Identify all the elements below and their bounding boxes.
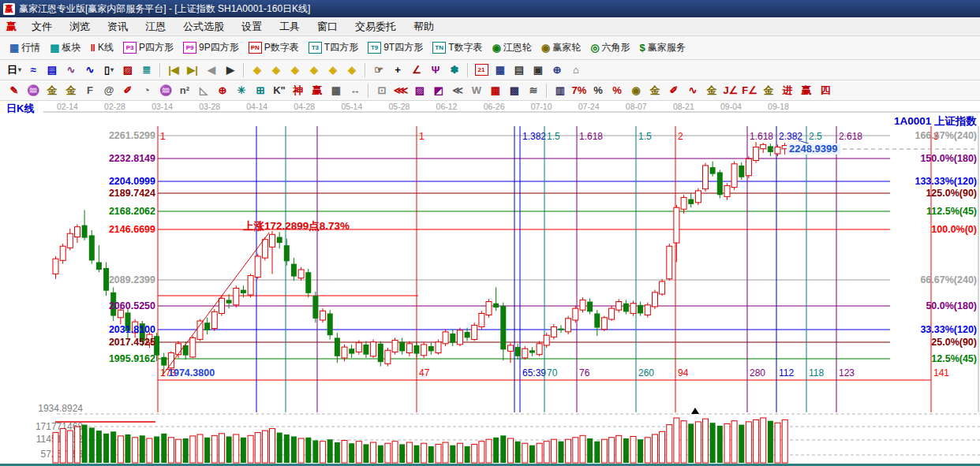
report-tool-icon[interactable]: ▤ xyxy=(510,62,529,79)
svg-text:1.618: 1.618 xyxy=(750,131,773,142)
menu-item-8[interactable]: 交易委托 xyxy=(346,18,405,35)
percent-icon[interactable]: % xyxy=(589,82,608,99)
last-bar-icon[interactable]: ▶| xyxy=(183,62,202,79)
f-scale-icon[interactable]: F xyxy=(80,82,99,99)
gold-angle-0-icon[interactable]: 金 xyxy=(702,82,721,99)
note-tool-icon[interactable]: ▤ xyxy=(43,62,62,79)
gold-scale-2-icon[interactable]: 金 xyxy=(62,82,80,99)
next-bar-icon[interactable]: ▶ xyxy=(221,62,240,79)
toolbar-button-t-square[interactable]: T3T四方形 xyxy=(304,39,363,56)
f-angle-icon[interactable]: F∠ xyxy=(740,82,759,99)
menu-item-9[interactable]: 帮助 xyxy=(405,18,443,35)
ying-angle-icon[interactable]: 赢 xyxy=(797,82,816,99)
wave3-tool-icon[interactable]: ∿ xyxy=(62,62,80,79)
candle-style-dropdown-icon[interactable]: ▯▾ xyxy=(99,62,118,79)
circle-cross-icon[interactable]: ⊕ xyxy=(213,82,232,99)
menu-item-6[interactable]: 工具 xyxy=(271,18,309,35)
star-circle-icon[interactable]: ✳ xyxy=(232,82,251,99)
time-circle-icon[interactable]: ◔ xyxy=(137,82,156,99)
remote-tool-icon[interactable]: ⌂ xyxy=(567,62,585,79)
gold-scale-1-icon[interactable]: 金 xyxy=(43,82,62,99)
prev-bar-icon[interactable]: ◀ xyxy=(202,62,221,79)
parallel-lines-icon[interactable]: ≋ xyxy=(524,82,543,99)
jin-angle-icon[interactable]: 进 xyxy=(778,82,797,99)
menu-item-1[interactable]: 浏览 xyxy=(61,18,99,35)
menu-item-7[interactable]: 窗口 xyxy=(309,18,346,35)
toolbar-button-winner-wheel[interactable]: ◉赢家轮 xyxy=(537,39,585,56)
first-bar-icon[interactable]: |◀ xyxy=(164,62,183,79)
fan-lines-2-icon[interactable]: ≪ xyxy=(448,82,467,99)
j-angle-icon[interactable]: J∠ xyxy=(721,82,740,99)
calendar-tool-icon[interactable]: 21 xyxy=(472,62,491,79)
gann-diamond-h-icon[interactable]: ◈ xyxy=(286,62,305,79)
grid-123-icon[interactable]: ▦ xyxy=(327,82,346,99)
hand-tool-icon[interactable]: ☞ xyxy=(369,62,388,79)
network-tool-icon[interactable]: ⊕ xyxy=(548,62,567,79)
toolbar-button-quotes[interactable]: ▦行情 xyxy=(5,39,45,56)
percent-strike-icon[interactable]: 7% xyxy=(570,82,589,99)
volume-profile-tool-icon[interactable]: ≣ xyxy=(137,62,156,79)
calculator-tool-icon[interactable]: ▦ xyxy=(491,62,510,79)
n-square-tool-icon[interactable]: n² xyxy=(175,82,194,99)
scale-ruler-icon[interactable]: ♒ xyxy=(24,82,43,99)
gold-line-icon[interactable]: 金 xyxy=(645,82,664,99)
draw-pen-icon[interactable]: ✎ xyxy=(5,82,24,99)
toolbar-button-p-square[interactable]: P3P四方形 xyxy=(118,39,178,56)
fan-lines-icon[interactable]: ⋘ xyxy=(391,82,410,99)
save-tool-icon[interactable]: ▣ xyxy=(529,62,548,79)
k-quote-icon[interactable]: K" xyxy=(270,82,289,99)
menu-item-4[interactable]: 公式选股 xyxy=(174,18,233,35)
gold-circle-icon[interactable]: ◉ xyxy=(627,82,645,99)
span-arrows-icon[interactable]: ↔ xyxy=(346,82,365,99)
svg-text:02-14: 02-14 xyxy=(57,102,78,111)
grid-box-icon[interactable]: ⊞ xyxy=(251,82,270,99)
window-grid-icon[interactable]: ⊡ xyxy=(372,82,391,99)
toolbar-button-gann-wheel[interactable]: ◉江恩轮 xyxy=(488,39,537,56)
toolbar-button-t-number-table[interactable]: TNT数字表 xyxy=(428,39,487,56)
stats-panel-icon[interactable]: ▥ xyxy=(551,82,570,99)
menu-item-5[interactable]: 设置 xyxy=(233,18,271,35)
toolbar-button-9p-square[interactable]: P99P四方形 xyxy=(178,39,244,56)
chart-canvas[interactable]: 02-1402-2803-1403-2804-1404-2805-1405-28… xyxy=(0,101,980,466)
trend-line[interactable] xyxy=(162,233,269,376)
gann-shape-tool-icon[interactable]: Ψ xyxy=(426,62,445,79)
gann-diamond-star-icon[interactable]: ◈ xyxy=(342,62,361,79)
crosshair-tool-icon[interactable]: + xyxy=(388,62,407,79)
menu-item-3[interactable]: 江恩 xyxy=(137,18,174,35)
angle-measure-icon[interactable]: ◺ xyxy=(194,82,213,99)
si-angle-icon[interactable]: 四 xyxy=(816,82,835,99)
pattern-search-tool-icon[interactable]: ❃ xyxy=(445,62,464,79)
wave-line-icon[interactable]: ∿ xyxy=(683,82,702,99)
v-pattern-icon[interactable]: W xyxy=(467,82,486,99)
gold-angle-icon[interactable]: 金 xyxy=(759,82,778,99)
gann-square-icon[interactable]: ▨ xyxy=(410,82,429,99)
gann-diamond-left-icon[interactable]: ◈ xyxy=(248,62,267,79)
app-logo-icon: 赢 xyxy=(3,3,15,15)
angle-line-tool-icon[interactable]: ∠ xyxy=(407,62,426,79)
toolbar-button-kline[interactable]: ‖K线 xyxy=(86,39,118,56)
toolbar-button-winner-service[interactable]: $赢家服务 xyxy=(635,39,690,56)
menu-item-2[interactable]: 资讯 xyxy=(99,18,137,35)
ying-tool-icon[interactable]: 赢 xyxy=(308,82,327,99)
gann-diamond-right-icon[interactable]: ◈ xyxy=(267,62,286,79)
blue-grid-icon[interactable]: ▩ xyxy=(505,82,524,99)
pen-ruler-icon[interactable]: ✐ xyxy=(118,82,137,99)
ruler-tool-icon[interactable]: ♒ xyxy=(156,82,175,99)
gann-box-icon[interactable]: ◩ xyxy=(429,82,448,99)
period-dropdown-icon[interactable]: 日▾ xyxy=(5,62,24,79)
freehand-line-icon[interactable]: ≈ xyxy=(24,62,43,79)
red-grid-icon[interactable]: ▦ xyxy=(486,82,505,99)
gann-diamond-plus-icon[interactable]: ◈ xyxy=(324,62,342,79)
toolbar-button-sectors[interactable]: ▩板块 xyxy=(45,39,85,56)
menu-item-0[interactable]: 文件 xyxy=(23,18,61,35)
toolbar-button-9t-square[interactable]: T99T四方形 xyxy=(363,39,428,56)
wave9-tool-icon[interactable]: ∿ xyxy=(80,62,99,79)
toolbar-button-p-number-table[interactable]: PNP数字表 xyxy=(244,39,304,56)
shen-tool-icon[interactable]: 神 xyxy=(289,82,308,99)
pattern-box-tool-icon[interactable]: ▨ xyxy=(118,62,137,79)
toolbar-button-hexagon[interactable]: ◎六角形 xyxy=(585,39,634,56)
brush-tool-icon[interactable]: ✐ xyxy=(664,82,683,99)
gann-diamond-x-icon[interactable]: ◈ xyxy=(305,62,324,79)
percent-line-icon[interactable]: % xyxy=(608,82,627,99)
spiral-tool-icon[interactable]: @ xyxy=(99,82,118,99)
